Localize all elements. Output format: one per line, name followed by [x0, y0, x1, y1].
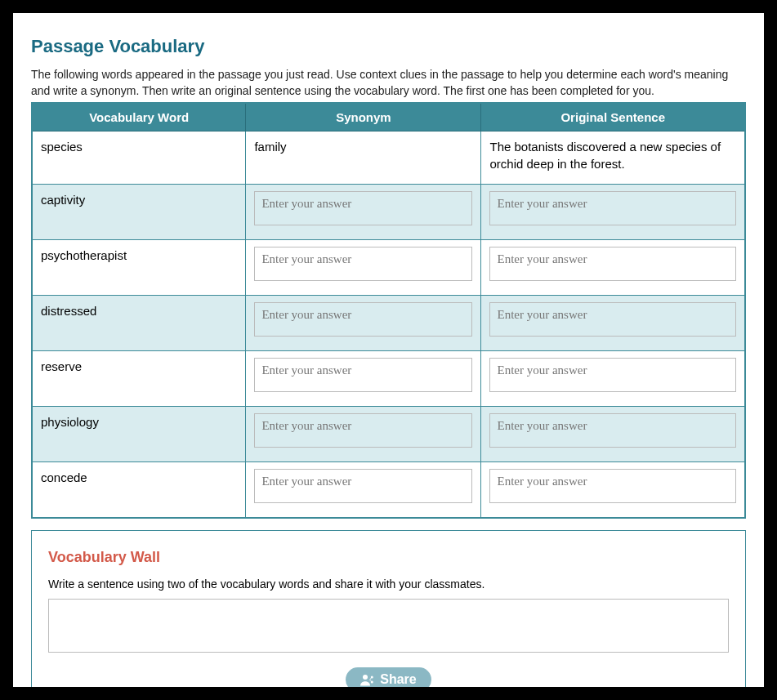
synonym-input[interactable]: [254, 413, 472, 448]
sentence-input[interactable]: [489, 358, 736, 392]
synonym-input[interactable]: [254, 191, 472, 225]
vocab-tbody: species family The botanists discovered …: [32, 132, 745, 519]
synonym-input[interactable]: [254, 247, 472, 281]
share-label: Share: [380, 672, 416, 687]
vocab-word: reserve: [41, 359, 82, 373]
app-frame: Passage Vocabulary The following words a…: [0, 0, 777, 700]
content-area: Passage Vocabulary The following words a…: [13, 13, 764, 698]
synonym-input[interactable]: [254, 469, 472, 503]
vocabulary-wall-card: Vocabulary Wall Write a sentence using t…: [31, 530, 746, 698]
vocab-word: physiology: [41, 415, 99, 429]
vocab-word: psychotherapist: [41, 248, 127, 262]
synonym-input[interactable]: [254, 358, 472, 392]
sentence-input[interactable]: [489, 469, 736, 503]
svg-point-2: [371, 681, 373, 684]
sentence-input[interactable]: [489, 302, 736, 337]
header-original-sentence: Original Sentence: [481, 103, 745, 132]
wall-textarea[interactable]: [48, 599, 729, 653]
table-row: reserve: [32, 351, 745, 407]
header-synonym: Synonym: [246, 103, 481, 132]
sentence-input[interactable]: [489, 247, 736, 281]
table-row: concede: [32, 462, 745, 519]
sentence-text: The botanists discovered a new species o…: [489, 140, 721, 171]
share-row: Share: [48, 656, 729, 697]
svg-point-0: [363, 675, 368, 680]
share-button[interactable]: Share: [346, 667, 431, 692]
table-row: species family The botanists discovered …: [32, 132, 745, 185]
page-title: Passage Vocabulary: [31, 36, 746, 57]
vocab-word: captivity: [41, 193, 85, 207]
vocabulary-table: Vocabulary Word Synonym Original Sentenc…: [31, 102, 746, 519]
vocab-word: species: [41, 140, 83, 154]
vocab-word: distressed: [41, 304, 96, 318]
synonym-input[interactable]: [254, 302, 472, 337]
table-row: distressed: [32, 296, 745, 351]
wall-title: Vocabulary Wall: [48, 549, 729, 566]
vocab-word: concede: [41, 470, 87, 484]
table-row: psychotherapist: [32, 240, 745, 296]
svg-point-1: [371, 676, 373, 679]
synonym-text: family: [254, 140, 286, 154]
sentence-input[interactable]: [489, 413, 736, 448]
wall-instructions: Write a sentence using two of the vocabu…: [48, 577, 729, 591]
table-row: physiology: [32, 407, 745, 462]
header-vocab-word: Vocabulary Word: [32, 103, 246, 132]
instructions-text: The following words appeared in the pass…: [31, 67, 746, 99]
sentence-input[interactable]: [489, 191, 736, 225]
people-share-icon: [360, 673, 375, 686]
table-row: captivity: [32, 185, 745, 240]
